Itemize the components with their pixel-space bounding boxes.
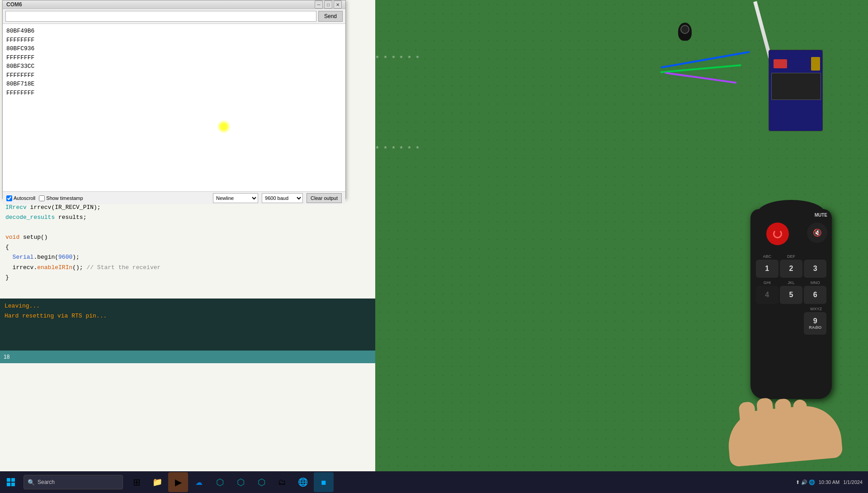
radio-label: RAdIO (809, 325, 821, 330)
btn-9-number: 9 (813, 317, 817, 325)
timestamp-checkbox[interactable] (39, 195, 45, 201)
remote-body: MUTE 🔇 ABC DEF 1 2 (750, 209, 832, 399)
finger-4 (793, 399, 808, 422)
serial-output-line: 80BF718E (6, 80, 342, 89)
serial-input[interactable] (5, 11, 316, 22)
mat-stars-left: ★ ★ ★ ★ ★ ★ (375, 54, 421, 59)
speaker-icon: 🔇 (813, 228, 822, 237)
close-button[interactable]: ✕ (334, 0, 342, 9)
code-line (5, 223, 370, 232)
search-bar[interactable]: 🔍 Search (24, 475, 123, 489)
esp32-board (769, 50, 823, 131)
arduino-btn-2[interactable]: ⬡ (231, 472, 250, 492)
winamp-btn[interactable]: ▶ (168, 472, 188, 492)
serial-output-line: FFFFFFFF (6, 53, 342, 62)
win-logo-q3 (7, 483, 10, 486)
photo-area: ★ ★ ★ ★ ★ ★ ★ ★ ★ ★ ★ ★ MUTE (375, 0, 868, 471)
board-led (774, 59, 787, 68)
clock: 10:30 AM (819, 479, 840, 485)
power-icon (773, 229, 782, 238)
console-line: Hard resetting via RTS pin... (5, 311, 371, 321)
btn-2: 2 (780, 260, 802, 278)
date: 1/1/2024 (843, 479, 863, 485)
search-text: Search (38, 479, 55, 485)
button-row-3: 9 RAdIO (755, 312, 827, 335)
number-grid: ABC DEF 1 2 3 GHI JKL MNO 4 (755, 254, 827, 335)
spacer (804, 254, 826, 259)
letter-labels-row3: WXYZ (755, 307, 827, 311)
btn-5: 5 (780, 286, 802, 304)
finger-3 (774, 398, 793, 427)
mute-button: 🔇 (807, 223, 827, 243)
mat-stars-left2: ★ ★ ★ ★ ★ ★ (375, 145, 421, 150)
wxyz-label: WXYZ (805, 307, 827, 311)
chrome-btn[interactable]: 🌐 (293, 472, 313, 492)
components-area (660, 14, 832, 172)
serial-monitor-window: COM6 ─ □ ✕ Send 80BF49B6FFFFFFFF80BFC936… (2, 0, 346, 199)
letter-labels-row1: ABC DEF (755, 254, 827, 259)
finger-1 (738, 402, 756, 430)
serial-statusbar: Autoscroll Show timestamp No line ending… (3, 191, 345, 204)
line-number-bar: 18 (0, 351, 375, 363)
minimize-button[interactable]: ─ (315, 0, 323, 9)
arduino-btn-1[interactable]: ⬡ (210, 472, 230, 492)
def-label: DEF (780, 254, 802, 259)
start-button[interactable] (0, 471, 22, 493)
onedrive-btn[interactable]: ☁ (189, 472, 209, 492)
btn-3: 3 (804, 260, 826, 278)
arduino-btn-3[interactable]: ⬡ (251, 472, 271, 492)
serial-output-line: 80BF33CC (6, 62, 342, 71)
code-line: decode_results results; (5, 213, 370, 223)
autoscroll-check[interactable]: Autoscroll (6, 195, 35, 201)
newline-select[interactable]: No line endingNewlineCarriage returnBoth… (213, 193, 258, 203)
timestamp-check[interactable]: Show timestamp (39, 195, 83, 201)
console-line: Leaving... (5, 301, 371, 311)
autoscroll-checkbox[interactable] (6, 195, 12, 201)
btn-4: 4 (756, 286, 778, 304)
arduino-ide-area: COM6 ─ □ ✕ Send 80BF49B6FFFFFFFF80BFC936… (0, 0, 375, 493)
send-button[interactable]: Send (318, 11, 343, 22)
win-logo-q1 (7, 478, 10, 482)
serial-output-line: 80BF49B6 (6, 27, 342, 36)
taskbar-apps: ⊞ 📁 ▶ ☁ ⬡ ⬡ ⬡ 🗂 🌐 ◼ (127, 472, 334, 492)
btn-placeholder2 (780, 312, 802, 330)
board-chip (771, 73, 821, 100)
code-editor: IRrecv irrecv(IR_RECV_PIN);decode_result… (0, 199, 375, 286)
serial-output-line: FFFFFFFF (6, 71, 342, 80)
serial-titlebar[interactable]: COM6 ─ □ ✕ (3, 0, 345, 9)
abc-label: ABC (756, 254, 778, 259)
win-logo-q2 (11, 478, 15, 482)
file-explorer-btn[interactable]: 📁 (147, 472, 167, 492)
code-line: } (5, 273, 370, 283)
serial-output-area: 80BF49B6FFFFFFFF80BFC936FFFFFFFF80BF33CC… (3, 24, 345, 191)
console-output: Leaving...Hard resetting via RTS pin... (0, 299, 375, 351)
btn-1: 1 (756, 260, 778, 278)
jkl-label: JKL (780, 280, 802, 285)
taskbar: 🔍 Search ⊞ 📁 ▶ ☁ ⬡ ⬡ ⬡ 🗂 🌐 ◼ ⬆ 🔊 🌐 10:30… (0, 471, 868, 493)
ir-sensor (678, 23, 692, 41)
mute-label: MUTE (815, 213, 827, 218)
tray-icons: ⬆ 🔊 🌐 (796, 479, 815, 485)
timestamp-label: Show timestamp (46, 195, 83, 201)
button-row-2: 4 5 6 (755, 286, 827, 304)
power-button (766, 223, 789, 245)
file-manager-btn[interactable]: 🗂 (272, 472, 292, 492)
ir-lens (680, 25, 689, 34)
search-icon: 🔍 (28, 479, 35, 486)
code-line: void setup() (5, 232, 370, 242)
win-logo-q4 (11, 483, 15, 486)
serial-input-row: Send (3, 9, 345, 24)
baud-select[interactable]: 300 baud1200 baud2400 baud4800 baud9600 … (262, 193, 303, 203)
serial-output-line: FFFFFFFF (6, 89, 342, 98)
taskview-btn[interactable]: ⊞ (127, 472, 146, 492)
autoscroll-label: Autoscroll (14, 195, 35, 201)
extra-app-btn[interactable]: ◼ (314, 472, 334, 492)
maximize-button[interactable]: □ (324, 0, 332, 9)
windows-logo (7, 478, 15, 486)
clear-output-button[interactable]: Clear output (307, 193, 342, 203)
code-line: Serial.begin(9600); (5, 252, 370, 262)
serial-output-line: 80BFC936 (6, 44, 342, 53)
board-connector (811, 57, 820, 71)
code-line: { (5, 242, 370, 252)
btn-placeholder (756, 312, 778, 330)
